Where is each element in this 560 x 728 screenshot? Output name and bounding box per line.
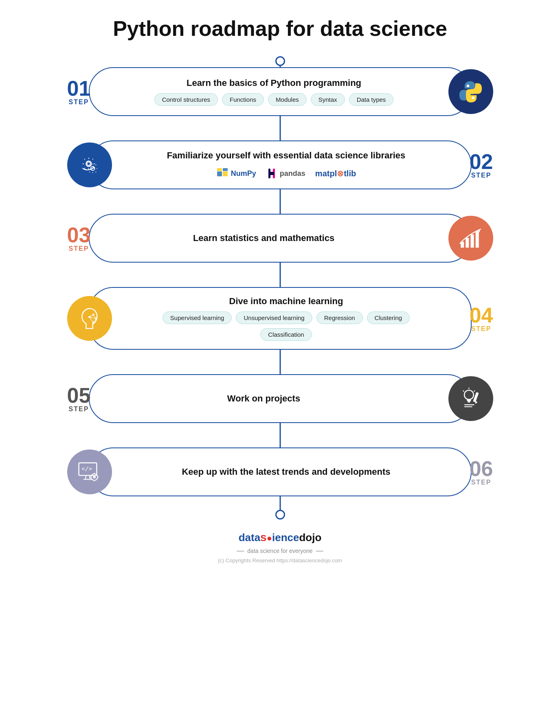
step-1-number: 01 STEP (67, 78, 91, 105)
step-4-content: Dive into machine learning Supervised le… (155, 296, 418, 341)
step-3-content: Learn statistics and mathematics (122, 233, 406, 243)
svg-rect-8 (217, 168, 222, 171)
step-4-tags: Supervised learning Unsupervised learnin… (155, 311, 418, 341)
page-title: Python roadmap for data science (113, 16, 447, 41)
svg-rect-15 (471, 234, 474, 248)
step-2-content: Familiarize yourself with essential data… (155, 150, 418, 180)
step-1-icon (448, 69, 493, 114)
svg-text:</>: </> (81, 465, 92, 472)
step-4-number: 04 STEP (470, 305, 493, 332)
step-6-pill: </> Keep up with the latest trends and d… (89, 447, 472, 496)
step-2-wrapper: Familiarize yourself with essential data… (56, 134, 504, 208)
step-6-content: Keep up with the latest trends and devel… (155, 467, 418, 477)
step-5-icon (448, 376, 493, 421)
svg-rect-16 (476, 231, 479, 248)
tag-clustering: Clustering (367, 311, 410, 324)
step-1-pill: 01 STEP Learn the basics of Python progr… (89, 67, 472, 116)
pandas-label: pandas (266, 168, 305, 179)
svg-rect-28 (467, 399, 471, 401)
footer: datas●iencedojo — data science for every… (218, 531, 342, 564)
step-5-title: Work on projects (227, 393, 300, 404)
footer-copyright: (c) Copyrights Reserved https://datascie… (218, 557, 342, 564)
step-2-pill: Familiarize yourself with essential data… (89, 140, 472, 189)
matplotlib-label: matpl⊗tlib (315, 169, 356, 178)
svg-rect-6 (217, 171, 222, 176)
line-dot-top (275, 56, 285, 66)
step-1-wrapper: 01 STEP Learn the basics of Python progr… (56, 61, 504, 134)
svg-point-0 (467, 84, 470, 87)
step-6-card: </> Keep up with the latest trends and d… (89, 447, 472, 496)
tag-modules: Modules (268, 93, 307, 106)
step-6-title: Keep up with the latest trends and devel… (182, 467, 390, 477)
svg-line-32 (474, 390, 475, 391)
step-3-icon (448, 216, 493, 261)
step-5-number: 05 STEP (67, 385, 91, 412)
tag-unsupervised: Unsupervised learning (236, 311, 312, 324)
tag-regression: Regression (316, 311, 363, 324)
tag-functions: Functions (222, 93, 264, 106)
svg-point-43 (93, 476, 96, 478)
step-2-card: Familiarize yourself with essential data… (89, 140, 472, 189)
step-1-content: Learn the basics of Python programming C… (143, 78, 406, 106)
step-6-icon: </> (67, 450, 112, 494)
numpy-icon (216, 167, 228, 180)
step-3-title: Learn statistics and mathematics (193, 233, 334, 243)
step-2-number: 02 STEP (470, 151, 493, 179)
svg-rect-29 (468, 401, 470, 402)
svg-point-27 (464, 390, 474, 399)
tag-syntax: Syntax (311, 93, 345, 106)
step-6-wrapper: </> Keep up with the latest trends and d… (56, 441, 504, 515)
step-5-card: 05 STEP Work on projects (89, 374, 472, 423)
step-5-pill: 05 STEP Work on projects (89, 374, 472, 423)
step-2-libraries: NumPy pandas matpl⊗tlib (216, 167, 356, 180)
step-3-pill: 03 STEP Learn statistics and mathematics (89, 214, 472, 263)
roadmap: 01 STEP Learn the basics of Python progr… (56, 61, 504, 515)
step-2-title: Familiarize yourself with essential data… (167, 150, 406, 161)
tag-data-types: Data types (349, 93, 394, 106)
step-4-pill: Dive into machine learning Supervised le… (89, 287, 472, 350)
pandas-icon (266, 168, 277, 179)
step-6-number: 06 STEP (470, 458, 493, 486)
svg-line-31 (463, 390, 464, 391)
step-1-title: Learn the basics of Python programming (187, 78, 361, 88)
step-4-wrapper: Dive into machine learning Supervised le… (56, 281, 504, 368)
step-4-title: Dive into machine learning (229, 296, 343, 307)
numpy-label: NumPy (216, 167, 256, 180)
footer-brand: datas●iencedojo (239, 531, 322, 544)
svg-rect-14 (466, 237, 469, 247)
step-4-icon (67, 296, 112, 341)
svg-rect-7 (223, 171, 228, 176)
step-3-card: 03 STEP Learn statistics and mathematics (89, 214, 472, 263)
step-5-wrapper: 05 STEP Work on projects (56, 368, 504, 441)
step-3-wrapper: 03 STEP Learn statistics and mathematics (56, 208, 504, 281)
step-2-icon (67, 143, 112, 187)
step-4-card: Dive into machine learning Supervised le… (89, 287, 472, 350)
step-1-card: 01 STEP Learn the basics of Python progr… (89, 67, 472, 116)
svg-rect-9 (223, 168, 228, 171)
tag-supervised: Supervised learning (163, 311, 232, 324)
step-3-number: 03 STEP (67, 224, 91, 252)
svg-line-39 (90, 475, 90, 479)
footer-tagline: — data science for everyone — (237, 546, 323, 555)
svg-line-38 (86, 475, 86, 479)
step-5-content: Work on projects (122, 393, 406, 404)
tag-control-structures: Control structures (154, 93, 218, 106)
svg-line-24 (90, 314, 94, 317)
line-dot-bottom (275, 510, 285, 520)
step-1-tags: Control structures Functions Modules Syn… (154, 93, 394, 106)
tag-classification: Classification (260, 328, 312, 341)
svg-point-3 (87, 162, 90, 165)
svg-rect-12 (269, 172, 274, 175)
svg-point-1 (472, 96, 475, 99)
